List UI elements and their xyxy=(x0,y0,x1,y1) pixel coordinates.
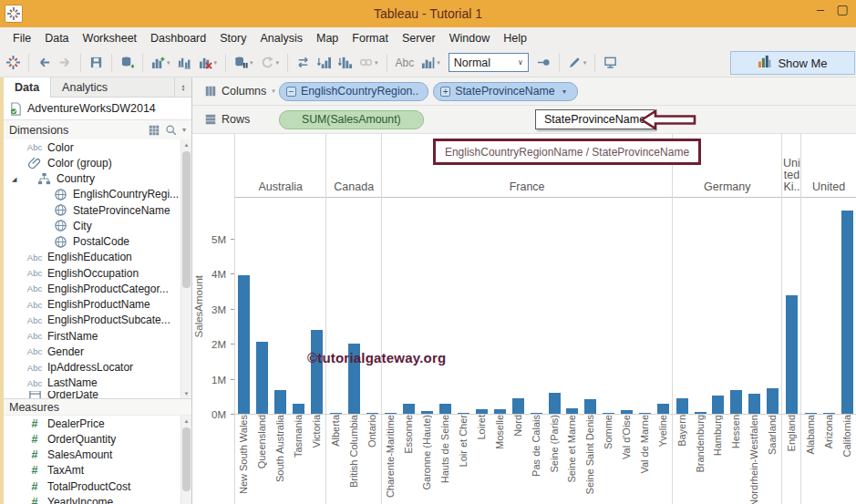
columns-shelf-label[interactable]: Columns ▾ xyxy=(192,85,276,98)
x-label-victoria[interactable]: Victoria xyxy=(311,415,323,450)
pill-caret-icon[interactable]: ▼ xyxy=(562,88,568,95)
presentation-mode-button[interactable] xyxy=(601,54,620,71)
format-workbook-caret-icon[interactable]: ▾ xyxy=(583,59,587,67)
x-label-seine-paris[interactable]: Seine (Paris) xyxy=(549,415,561,476)
scroll-thumb[interactable] xyxy=(182,427,191,491)
expand-icon[interactable]: ◢ xyxy=(12,176,16,183)
tab-analytics[interactable]: Analytics xyxy=(51,77,175,97)
start-page-button[interactable] xyxy=(4,54,23,71)
pause-auto-updates-button[interactable]: ▾ xyxy=(232,54,256,71)
x-label-charente-maritime[interactable]: Charente-Maritime xyxy=(385,415,397,500)
bar-brandenburg[interactable] xyxy=(695,412,706,414)
menu-analysis[interactable]: Analysis xyxy=(260,32,303,45)
scroll-thumb[interactable] xyxy=(182,151,191,288)
field-totalproductcost[interactable]: #TotalProductCost xyxy=(4,478,191,494)
x-label-arizona[interactable]: Arizona xyxy=(823,415,835,451)
measures-scrollbar[interactable]: ▲ xyxy=(180,416,191,504)
data-source-row[interactable]: AdventureWorksDW2014 xyxy=(4,98,191,120)
x-label-hessen[interactable]: Hessen xyxy=(730,415,742,451)
country-header-united[interactable]: United xyxy=(801,134,856,198)
x-label-british-columbia[interactable]: British Columbia xyxy=(348,415,360,490)
bar-alberta[interactable] xyxy=(330,413,342,414)
format-workbook-button[interactable]: ▾ xyxy=(565,54,590,71)
bar-pas-de-calais[interactable] xyxy=(531,413,542,414)
field-color-group[interactable]: Color (group) xyxy=(4,155,191,170)
field-ipaddresslocator[interactable]: AbcIpAddressLocator xyxy=(4,360,191,375)
save-button[interactable] xyxy=(87,54,106,71)
x-label-loiret[interactable]: Loiret xyxy=(476,415,488,443)
x-label-garonne-haute[interactable]: Garonne (Haute) xyxy=(421,415,433,493)
x-label-loir-et-cher[interactable]: Loir et Cher xyxy=(458,415,469,469)
field-taxamt[interactable]: #TaxAmt xyxy=(4,463,191,478)
x-label-val-d-oise[interactable]: Val d'Oise xyxy=(621,415,633,462)
menu-data[interactable]: Data xyxy=(45,32,68,45)
bar-loir-et-cher[interactable] xyxy=(458,413,469,414)
search-icon[interactable] xyxy=(165,124,177,136)
fit-caret-icon[interactable]: ▾ xyxy=(437,59,440,67)
field-englishproductname[interactable]: AbcEnglishProductName xyxy=(4,297,191,313)
field-city[interactable]: City xyxy=(4,218,191,233)
menu-worksheet[interactable]: Worksheet xyxy=(83,32,138,45)
field-orderquantity[interactable]: #OrderQuantity xyxy=(4,431,191,447)
minimize-button[interactable]: – xyxy=(810,2,830,16)
dimensions-scrollbar[interactable]: ▲▼ xyxy=(180,139,191,398)
bar-bayern[interactable] xyxy=(676,398,688,414)
bar-south-australia[interactable] xyxy=(274,390,286,414)
bar-garonne-haute[interactable] xyxy=(421,411,433,414)
x-label-tasmania[interactable]: Tasmania xyxy=(293,415,304,460)
bar-charente-maritime[interactable] xyxy=(385,413,397,414)
collapse-box-icon[interactable]: − xyxy=(286,87,296,97)
country-header-united-ki[interactable]: United Ki.. xyxy=(782,134,800,198)
rows-shelf-label[interactable]: Rows xyxy=(192,113,276,126)
menu-dashboard[interactable]: Dashboard xyxy=(150,32,206,45)
bar-new-south-wales[interactable] xyxy=(238,275,250,414)
x-label-moselle[interactable]: Moselle xyxy=(494,415,506,452)
pill-englishcountryregion[interactable]: −EnglishCountryRegion.. xyxy=(279,82,428,101)
bar-hessen[interactable] xyxy=(730,390,742,414)
field-englishproductsubcate[interactable]: AbcEnglishProductSubcate... xyxy=(4,313,191,328)
bar-val-de-marne[interactable] xyxy=(639,413,651,414)
pill-stateprovincename[interactable]: +StateProvinceName▼ xyxy=(433,82,577,101)
x-label-alberta[interactable]: Alberta xyxy=(330,415,342,449)
field-orderdate[interactable]: OrderDate xyxy=(4,391,191,398)
menu-format[interactable]: Format xyxy=(352,32,388,45)
field-dealerprice[interactable]: #DealerPrice xyxy=(4,416,191,431)
x-label-somme[interactable]: Somme xyxy=(603,415,614,452)
bar-val-d-oise[interactable] xyxy=(621,410,633,414)
scroll-up-icon[interactable]: ▲ xyxy=(181,139,191,149)
tab-data[interactable]: Data xyxy=(4,77,51,98)
field-englisheducation[interactable]: AbcEnglishEducation xyxy=(4,250,191,265)
x-label-alabama[interactable]: Alabama xyxy=(805,415,817,457)
x-label-saarland[interactable]: Saarland xyxy=(767,415,779,458)
x-label-queensland[interactable]: Queensland xyxy=(256,415,268,471)
x-label-bayern[interactable]: Bayern xyxy=(676,415,688,449)
x-label-seine-et-marne[interactable]: Seine et Marne xyxy=(566,415,578,486)
redo-button[interactable] xyxy=(56,54,75,71)
scroll-up-icon[interactable]: ▲ xyxy=(181,416,191,426)
x-label-ontario[interactable]: Ontario xyxy=(366,415,378,450)
x-label-brandenburg[interactable]: Brandenburg xyxy=(695,415,706,476)
x-label-nordrhein-westfalen[interactable]: Nordrhein-Westfalen xyxy=(748,415,760,504)
scroll-down-icon[interactable]: ▼ xyxy=(181,388,191,398)
field-yearlyincome[interactable]: #YearlyIncome xyxy=(4,494,191,504)
bar-hamburg[interactable] xyxy=(712,396,724,414)
bar-victoria[interactable] xyxy=(311,330,323,414)
bar-ontario[interactable] xyxy=(366,413,378,414)
show-mark-labels-button[interactable]: Abc xyxy=(393,55,418,71)
bar-california[interactable] xyxy=(841,211,853,414)
field-country[interactable]: ◢Country xyxy=(4,171,191,187)
bar-alabama[interactable] xyxy=(805,413,817,414)
pill-sum-salesamount[interactable]: SUM(SalesAmount) xyxy=(279,110,424,129)
bar-tasmania[interactable] xyxy=(293,404,304,414)
field-firstname[interactable]: AbcFirstName xyxy=(4,328,191,344)
bar-yveline[interactable] xyxy=(657,404,669,415)
pane-collapse-icon[interactable]: ▲▼ xyxy=(175,77,191,97)
bar-seine-et-marne[interactable] xyxy=(566,408,578,414)
run-update-caret-icon[interactable]: ▾ xyxy=(276,59,280,67)
clear-sheet-button[interactable]: ▾ xyxy=(196,54,221,71)
add-data-source-button[interactable] xyxy=(118,54,137,71)
fit-selector[interactable]: Normal ∨ xyxy=(449,53,529,72)
menu-server[interactable]: Server xyxy=(402,32,436,45)
x-label-hamburg[interactable]: Hamburg xyxy=(712,415,724,458)
menu-window[interactable]: Window xyxy=(449,32,490,45)
